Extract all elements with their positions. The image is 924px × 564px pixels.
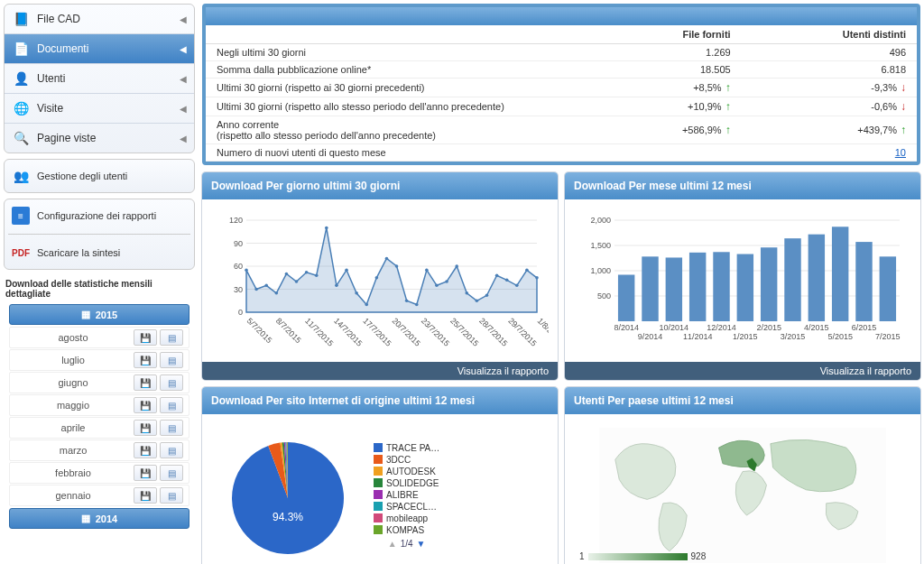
pager-next-icon[interactable]: ▼ [417,539,426,549]
download-excel-button[interactable]: 💾 [134,442,157,458]
archive-button[interactable]: ▤ [160,420,183,436]
svg-point-24 [385,257,389,261]
svg-point-19 [335,283,338,287]
stat-link[interactable]: 10 [895,147,906,158]
svg-point-29 [435,283,439,287]
sidebar-item-pagine-viste[interactable]: 🔍 Pagine viste ◀ [5,124,194,153]
stat-value: +8,5%↑ [596,79,741,97]
svg-text:6/2015: 6/2015 [852,323,877,332]
report-config-link[interactable]: ≡ Configurazione dei rapporti [5,203,194,228]
archive-button[interactable]: ▤ [160,442,183,458]
svg-point-21 [355,291,358,295]
svg-rect-59 [618,274,634,321]
svg-point-35 [495,273,499,277]
svg-text:2/2015: 2/2015 [756,323,781,332]
view-report-link[interactable]: Visualizza il rapporto [202,362,558,380]
month-row: giugno💾▤ [9,372,189,393]
stat-label: Anno corrente(rispetto allo stesso perio… [206,116,596,144]
svg-text:8/7/2015: 8/7/2015 [274,316,303,345]
stat-value: +586,9%↑ [596,116,741,144]
download-excel-button[interactable]: 💾 [134,487,157,504]
stats-col-users: Utenti distinti [742,25,917,44]
year-2014-button[interactable]: ▦ 2014 [9,508,189,529]
report-config-label: Configurazione dei rapporti [37,210,156,221]
document-icon: 📄 [12,40,30,58]
view-report-link[interactable]: Visualizza il rapporto [565,362,920,380]
download-excel-button[interactable]: 💾 [134,465,157,481]
stats-table: File forniti Utenti distinti Negli ultim… [206,25,917,162]
card-users-by-country: Utenti Per paese ultimi 12 mesi [565,387,920,564]
pdf-icon: PDF [12,244,30,262]
pie-chart: 94.3% [211,428,365,563]
stat-value: 18.505 [596,61,741,79]
arrow-up-icon: ↑ [725,81,731,94]
stats-heading: Download delle statistiche mensili detta… [4,275,195,302]
svg-rect-66 [784,238,800,321]
svg-point-16 [305,271,309,274]
magnifier-icon: 🔍 [12,129,30,147]
svg-text:5/7/2015: 5/7/2015 [245,316,274,345]
download-summary-link[interactable]: PDF Scaricare la sintesi [5,240,194,265]
sidebar-item-documenti[interactable]: 📄 Documenti ◀ [5,34,194,64]
legend-item: SPACECL… [374,502,439,512]
manage-users-button[interactable]: 👥 Gestione degli utenti [4,159,195,193]
download-summary-label: Scaricare la sintesi [37,247,120,258]
svg-point-11 [254,288,258,291]
svg-point-20 [345,268,348,272]
svg-text:3/2015: 3/2015 [781,332,806,341]
sidebar-item-visite[interactable]: 🌐 Visite ◀ [5,94,194,124]
chevron-left-icon: ◀ [180,134,187,143]
svg-text:4/2015: 4/2015 [804,323,829,332]
year-2015-button[interactable]: ▦ 2015 [9,304,189,325]
month-label: marzo [15,442,131,458]
download-excel-button[interactable]: 💾 [134,397,157,413]
download-excel-button[interactable]: 💾 [134,374,157,391]
stat-label: Negli ultimi 30 giorni [206,44,596,61]
sidebar-item-label: Documenti [37,42,180,55]
chevron-left-icon: ◀ [180,14,187,24]
download-excel-button[interactable]: 💾 [134,329,157,346]
arrow-down-icon: ↓ [901,81,906,94]
download-excel-button[interactable]: 💾 [134,352,157,368]
stat-value: -0,6%↓ [742,97,917,116]
card-title: Download Per giorno ultimi 30 giorni [202,172,558,199]
legend-pager[interactable]: ▲ 1/4 ▼ [374,539,439,549]
archive-button[interactable]: ▤ [160,329,183,346]
svg-point-30 [445,280,448,283]
archive-button[interactable]: ▤ [160,352,183,368]
users-icon: 👥 [12,167,30,185]
archive-button[interactable]: ▤ [160,397,183,413]
sidebar-item-file-cad[interactable]: 📘 File CAD ◀ [5,5,194,34]
stat-value [596,144,741,162]
stats-col-file: File forniti [596,25,741,44]
stat-value: 6.818 [742,61,917,79]
svg-text:12/2014: 12/2014 [707,323,736,332]
legend-item: 3DCC [374,455,439,465]
svg-text:1/2015: 1/2015 [733,332,758,341]
map-min-label: 1 [579,551,585,561]
archive-button[interactable]: ▤ [160,487,183,504]
download-excel-button[interactable]: 💾 [134,420,157,436]
table-row: Anno corrente(rispetto allo stesso perio… [206,116,917,144]
svg-point-39 [535,276,539,280]
card-monthly-downloads: Download Per mese ultimi 12 mesi 5001,00… [565,172,920,380]
arrow-up-icon: ↑ [725,100,731,113]
globe-icon: 🌐 [12,99,30,117]
legend-item: mobileapp [374,513,439,523]
world-map: 1 928 [574,428,911,563]
manage-users-label: Gestione degli utenti [37,171,127,181]
stat-value: +439,7%↑ [742,116,917,144]
svg-text:28/7/2015: 28/7/2015 [477,316,509,347]
stat-value: -9,3%↓ [742,79,917,97]
svg-point-31 [455,264,458,268]
sidebar-item-utenti[interactable]: 👤 Utenti ◀ [5,64,194,94]
card-title: Download Per mese ultimi 12 mesi [565,172,920,199]
svg-text:2,000: 2,000 [590,216,611,225]
pager-prev-icon[interactable]: ▲ [388,539,397,549]
sidebar-item-label: File CAD [37,13,180,25]
archive-button[interactable]: ▤ [160,374,183,391]
sidebar: 📘 File CAD ◀ 📄 Documenti ◀ 👤 Utenti ◀ 🌐 … [0,0,199,564]
archive-button[interactable]: ▤ [160,465,183,481]
month-row: luglio💾▤ [9,349,189,371]
svg-rect-64 [737,254,753,321]
